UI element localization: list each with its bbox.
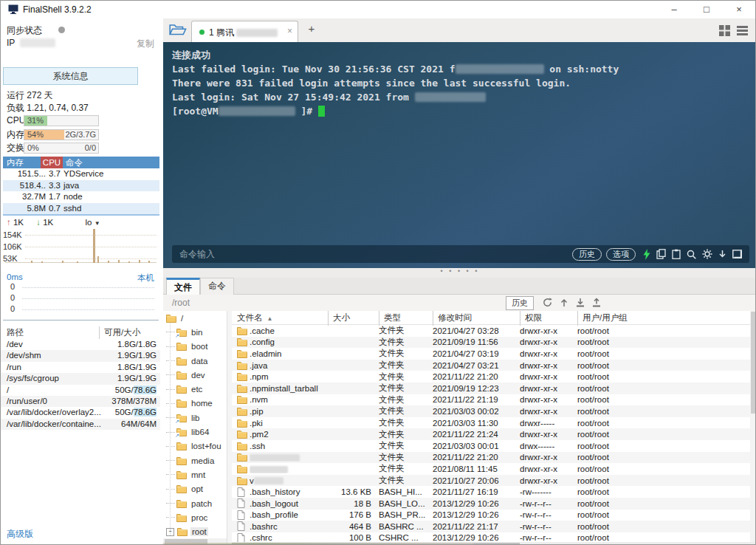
file-row[interactable]: .eladmin文件夹2021/04/27 03:19drwxr-xr-xroo… xyxy=(232,348,750,360)
terminal-text: Last failed login: Tue Nov 30 21:56:36 C… xyxy=(172,64,456,75)
process-row[interactable]: 32.7M1.7node xyxy=(3,191,159,203)
file-row[interactable]: .npminstall_tarball文件夹2021/09/19 12:23dr… xyxy=(232,383,750,394)
file-row[interactable]: 文件夹2021/08/11 11:45drwxr-xr-xroot/root xyxy=(232,463,750,475)
file-row[interactable]: .nvm文件夹2021/11/22 21:19drwxr-xr-xroot/ro… xyxy=(232,394,750,406)
tree-item-lib[interactable]: ↗lib xyxy=(163,411,227,425)
gear-icon[interactable] xyxy=(702,249,712,259)
file-row[interactable]: .java文件夹2021/04/27 03:21drwxr-xr-xroot/r… xyxy=(232,360,750,371)
edition-link[interactable]: 高级版 xyxy=(7,528,33,541)
tree-item-data[interactable]: data xyxy=(163,354,227,368)
session-tab[interactable]: 1 腾讯 × xyxy=(191,21,298,42)
tree-item-etc[interactable]: etc xyxy=(163,382,227,396)
list-layout-icon[interactable] xyxy=(737,25,748,38)
disk-header-size[interactable]: 可用/大小 xyxy=(100,326,160,339)
close-button[interactable]: × xyxy=(723,1,755,18)
column-header-mtime[interactable]: 修改时间 xyxy=(433,311,520,326)
disk-header-path[interactable]: 路径 xyxy=(1,326,100,339)
paste-icon[interactable] xyxy=(672,249,681,259)
file-row[interactable]: .pm2文件夹2021/11/22 21:24drwxr-xr-xroot/ro… xyxy=(232,428,750,440)
column-header-owner[interactable]: 用户/用户组 xyxy=(577,311,750,326)
terminal-line: 连接成功 xyxy=(172,48,749,62)
grid-layout-icon[interactable] xyxy=(719,25,730,38)
process-header-cpu[interactable]: CPU xyxy=(41,157,63,168)
grid-line xyxy=(25,235,157,236)
file-row[interactable]: .pip文件夹2021/03/03 00:02drwxr-xr-xroot/ro… xyxy=(232,405,750,417)
arrow-up-icon[interactable] xyxy=(560,298,568,309)
panel-splitter[interactable]: • • • • • xyxy=(163,268,756,278)
column-header-type[interactable]: 类型 xyxy=(379,311,433,326)
copy-ip-button[interactable]: 复制 xyxy=(137,38,154,50)
process-row[interactable]: 5.8M0.7sshd xyxy=(3,203,159,215)
tab-close-icon[interactable]: × xyxy=(287,26,292,36)
search-icon[interactable] xyxy=(687,250,696,259)
refresh-icon[interactable] xyxy=(543,298,552,309)
file-row[interactable]: 文件夹2021/11/22 21:20drwxr-xr-xroot/root xyxy=(232,452,750,464)
file-row[interactable]: .npm文件夹2021/11/22 21:20drwxr-xr-xroot/ro… xyxy=(232,371,750,383)
scrollbar-thumb[interactable] xyxy=(751,312,756,414)
history-button[interactable]: 历史 xyxy=(572,248,602,261)
file-row[interactable]: .ssh文件夹2021/03/03 00:01drwx------root/ro… xyxy=(232,440,750,452)
column-header-size[interactable]: 大小 xyxy=(328,311,376,326)
file-row[interactable]: .bashrc464 BBASHRC ...2021/11/22 21:17-r… xyxy=(232,521,750,532)
copy-icon[interactable] xyxy=(656,249,666,259)
tree-item-root[interactable]: +root xyxy=(163,524,227,538)
tab-files[interactable]: 文件 xyxy=(166,278,200,295)
file-row[interactable]: .config文件夹2021/09/19 11:56drwxr-xr-xroot… xyxy=(232,337,750,349)
new-tab-button[interactable]: + xyxy=(305,22,318,35)
tree-item-patch[interactable]: patch xyxy=(163,496,227,510)
process-header-memory[interactable]: 内存 xyxy=(3,157,41,168)
tree-item-media[interactable]: media xyxy=(163,453,227,467)
monitor-icon[interactable] xyxy=(732,250,742,258)
upload-icon[interactable] xyxy=(592,298,601,309)
process-row[interactable]: 518.4..3.3java xyxy=(3,180,159,192)
file-row[interactable]: v文件夹2021/10/27 20:06drwxr-xr-xroot/root xyxy=(232,475,750,487)
file-row[interactable]: .cshrc100 BCSHRC ...2013/12/29 10:26-rw-… xyxy=(232,532,750,542)
column-header-perm[interactable]: 权限 xyxy=(520,311,577,326)
file-row[interactable]: .bash_profile176 BBASH_PR...2013/12/29 1… xyxy=(232,510,750,521)
tree-item-mnt[interactable]: mnt xyxy=(163,467,227,481)
open-folder-icon[interactable] xyxy=(169,24,188,38)
command-input[interactable]: 命令输入 xyxy=(179,248,568,261)
terminal-text: ]# xyxy=(295,106,318,117)
file-row[interactable]: .bash_history13.6 KBBASH_HI...2021/11/27… xyxy=(232,486,750,498)
session-tab-label: 1 腾讯 xyxy=(209,27,278,39)
disk-path: / xyxy=(1,385,115,396)
current-path[interactable]: /root xyxy=(172,298,190,308)
file-list-vertical-scrollbar[interactable] xyxy=(750,311,756,542)
interface-select[interactable]: lo ▼ xyxy=(85,218,100,227)
tree-connector xyxy=(166,432,175,433)
tree-item-lost+fou[interactable]: lost+fou xyxy=(163,439,227,453)
process-row[interactable]: 151.5...3.7YDService xyxy=(3,168,159,180)
column-header-name[interactable]: 文件名▲ xyxy=(237,311,328,326)
file-row[interactable]: .bash_logout18 BBASH_LO...2013/12/29 10:… xyxy=(232,498,750,510)
scroll-bottom-icon[interactable] xyxy=(718,250,726,259)
tab-commands[interactable]: 命令 xyxy=(200,278,234,295)
terminal-text: 连接成功 xyxy=(172,49,210,61)
tree-item-lib64[interactable]: ↗lib64 xyxy=(163,425,227,439)
tree-item-boot[interactable]: boot xyxy=(163,340,227,354)
tree-item-proc[interactable]: proc xyxy=(163,510,227,524)
download-icon[interactable] xyxy=(576,298,585,309)
tree-item-bin[interactable]: ↗bin xyxy=(163,325,227,339)
tree-item-home[interactable]: home xyxy=(163,397,227,411)
terminal[interactable]: 连接成功Last failed login: Tue Nov 30 21:56:… xyxy=(163,42,756,268)
tree-item-root[interactable]: / xyxy=(163,311,227,325)
tree-connector xyxy=(166,360,175,361)
file-row[interactable]: .cache文件夹2021/04/27 03:28drwxr-xr-xroot/… xyxy=(232,325,750,337)
file-row[interactable]: .pki文件夹2021/03/03 11:30drwxr-----root/ro… xyxy=(232,417,750,429)
minimize-button[interactable]: – xyxy=(658,1,690,18)
tree-item-dev[interactable]: dev xyxy=(163,368,227,382)
maximize-button[interactable]: □ xyxy=(690,1,723,18)
tree-item-opt[interactable]: opt xyxy=(163,482,227,496)
options-button[interactable]: 选项 xyxy=(606,248,636,261)
file-name: .bashrc xyxy=(250,522,328,531)
file-type: 文件夹 xyxy=(379,405,433,417)
lightning-icon[interactable] xyxy=(643,249,650,260)
process-header-command[interactable]: 命令 xyxy=(63,157,159,168)
file-owner: root/root xyxy=(577,430,750,439)
file-owner: root/root xyxy=(577,487,750,496)
system-info-button[interactable]: 系统信息 xyxy=(3,67,138,85)
latency-host[interactable]: 本机 xyxy=(137,272,154,284)
title-bar: FinalShell 3.9.2.2 – □ × xyxy=(1,1,755,18)
path-history-button[interactable]: 历史 xyxy=(506,296,534,310)
